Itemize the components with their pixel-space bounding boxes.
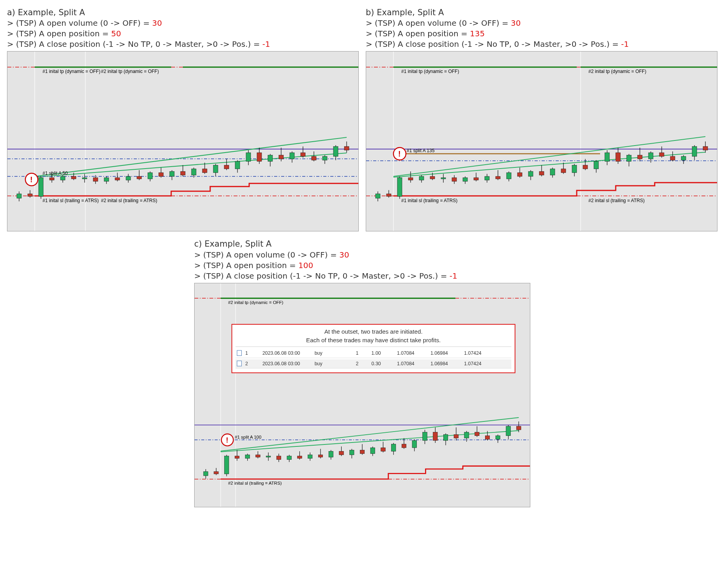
svg-rect-198	[423, 432, 427, 440]
svg-rect-168	[266, 456, 270, 457]
svg-rect-97	[452, 178, 457, 182]
param-label: > (TSP) A open position =	[366, 29, 470, 38]
svg-rect-0	[7, 52, 358, 231]
param-label: > (TSP) A open volume (0 -> OFF) =	[7, 18, 152, 28]
svg-rect-72	[366, 52, 717, 231]
svg-rect-39	[170, 172, 174, 177]
svg-rect-208	[475, 432, 479, 435]
svg-rect-113	[539, 172, 544, 176]
svg-rect-93	[430, 176, 435, 179]
svg-rect-11	[17, 194, 21, 198]
svg-rect-91	[419, 176, 424, 180]
param-value: 30	[511, 18, 521, 28]
example-b-param-2: > (TSP) A open position = 135	[366, 28, 717, 39]
svg-rect-206	[464, 432, 469, 438]
svg-rect-186	[360, 450, 364, 453]
svg-rect-19	[60, 176, 65, 180]
table-cell: 0.30	[372, 361, 381, 366]
ann-sl: #2 inital sl (trailing = ATRS)	[228, 481, 282, 485]
param-value: 135	[470, 29, 485, 38]
svg-rect-65	[312, 156, 316, 160]
svg-rect-33	[137, 176, 142, 179]
chart-c-svg: #2 inital tp (dynamic = OFF) At the outs…	[195, 283, 530, 507]
example-a-param-1: > (TSP) A open volume (0 -> OFF) = 30	[7, 18, 358, 28]
example-c-param-1: > (TSP) A open volume (0 -> OFF) = 30	[194, 250, 530, 260]
svg-rect-23	[82, 178, 87, 179]
svg-rect-156	[204, 471, 208, 476]
svg-rect-166	[256, 455, 260, 457]
example-c-title: c) Example, Split A	[194, 238, 530, 249]
svg-rect-210	[485, 435, 489, 439]
table-cell: 1	[356, 350, 359, 356]
svg-rect-43	[191, 169, 196, 175]
table-cell: 2023.06.08 03:00	[262, 361, 300, 366]
table-cell: buy	[315, 350, 323, 356]
param-label: > (TSP) A open position =	[7, 29, 111, 38]
svg-rect-85	[386, 194, 391, 196]
table-cell: 1.00	[372, 350, 381, 356]
svg-rect-141	[692, 147, 697, 157]
svg-rect-115	[550, 169, 555, 175]
example-c-param-2: > (TSP) A open position = 100	[194, 260, 530, 271]
param-label: > (TSP) A open position =	[194, 261, 298, 270]
svg-rect-55	[257, 153, 262, 162]
example-b-captions: b) Example, Split A > (TSP) A open volum…	[366, 7, 717, 50]
svg-rect-83	[376, 194, 380, 198]
svg-rect-158	[214, 471, 218, 474]
svg-rect-111	[528, 172, 533, 177]
svg-rect-99	[463, 178, 468, 182]
svg-rect-123	[594, 162, 599, 169]
svg-rect-101	[474, 178, 478, 180]
svg-rect-47	[213, 165, 218, 173]
svg-rect-164	[245, 455, 250, 458]
svg-rect-194	[402, 444, 406, 448]
svg-rect-182	[339, 451, 344, 455]
example-c-captions: c) Example, Split A > (TSP) A open volum…	[194, 238, 530, 281]
page-icon	[237, 350, 241, 355]
svg-rect-200	[433, 432, 438, 440]
table-cell: 1.06984	[430, 361, 448, 366]
svg-rect-69	[333, 147, 338, 157]
svg-rect-202	[443, 434, 448, 440]
svg-rect-121	[583, 165, 588, 169]
example-a-captions: a) Example, Split A > (TSP) A open volum…	[7, 7, 358, 50]
chart-b[interactable]: #1 inital tp (dynamic = OFF) #2 inital t…	[366, 51, 717, 231]
svg-rect-216	[517, 426, 521, 430]
svg-rect-129	[627, 155, 631, 162]
chart-c[interactable]: #2 inital tp (dynamic = OFF) At the outs…	[194, 283, 530, 507]
param-label: > (TSP) A open volume (0 -> OFF) =	[194, 250, 339, 260]
ann-sl2: #2 inital sl (trailing = ATRS)	[101, 198, 157, 203]
svg-rect-103	[485, 176, 489, 180]
svg-rect-37	[159, 173, 163, 177]
param-label: > (TSP) A close position (-1 -> No TP, 0…	[366, 39, 621, 49]
ann-tp1: #1 inital tp (dynamic = OFF)	[401, 69, 459, 74]
table-cell: 2	[356, 361, 359, 366]
svg-rect-139	[681, 156, 686, 160]
table-cell: 1.07084	[397, 361, 414, 366]
svg-rect-17	[50, 178, 54, 180]
svg-rect-180	[329, 451, 333, 457]
svg-rect-35	[148, 173, 152, 179]
svg-rect-107	[507, 173, 511, 179]
table-cell: 2	[245, 361, 248, 366]
table-cell: 2023.06.08 03:00	[262, 350, 300, 356]
svg-rect-143	[703, 147, 708, 151]
example-a-param-2: > (TSP) A open position = 50	[7, 28, 358, 39]
svg-rect-109	[517, 173, 522, 177]
table-cell: 1	[245, 350, 248, 356]
svg-rect-25	[93, 178, 98, 182]
param-value: 100	[298, 261, 313, 270]
svg-rect-160	[224, 456, 228, 474]
svg-rect-127	[616, 153, 620, 162]
param-label: > (TSP) A close position (-1 -> No TP, 0…	[7, 39, 262, 49]
page-icon	[237, 361, 241, 366]
chart-a[interactable]: #1 inital tp (dynamic = OFF) #2 inital t…	[7, 51, 359, 231]
svg-rect-125	[605, 153, 609, 162]
svg-rect-41	[181, 172, 185, 176]
svg-rect-31	[126, 176, 131, 180]
example-a: a) Example, Split A > (TSP) A open volum…	[7, 7, 358, 231]
table-cell: buy	[315, 361, 323, 366]
svg-rect-137	[670, 156, 675, 160]
ann-sl1: #1 inital sl (trailing = ATRS)	[43, 198, 99, 203]
example-a-title: a) Example, Split A	[7, 7, 358, 18]
